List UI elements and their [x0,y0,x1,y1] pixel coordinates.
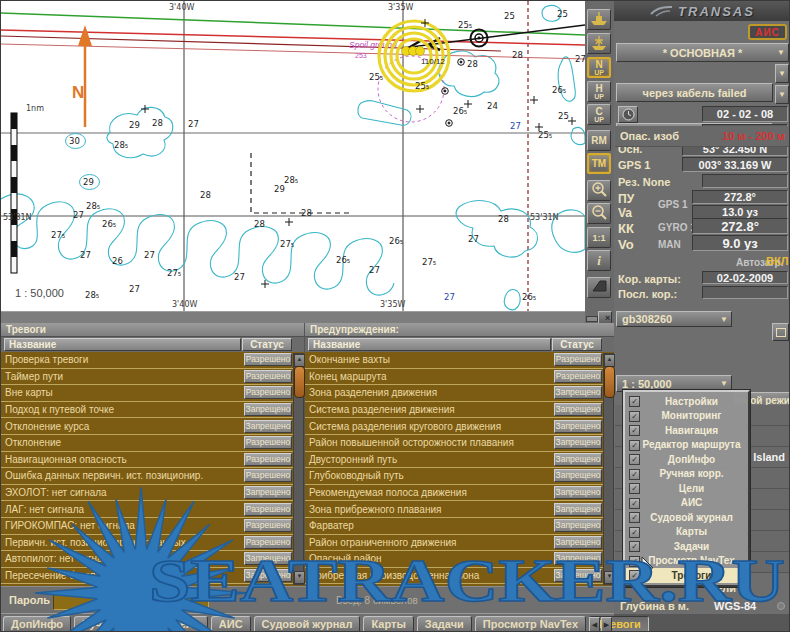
status-button[interactable]: Запрещено [554,519,602,532]
status-button[interactable]: Запрещено [554,469,602,482]
true-motion-button[interactable]: TM [587,153,611,174]
taskbar-tab[interactable]: Судовой журнал [254,616,361,632]
status-button[interactable]: Запрещено [244,403,292,416]
taskbar-tab[interactable]: АИС [211,616,251,632]
checkbox-checked-icon[interactable]: ✓ [629,454,640,465]
info-button[interactable]: i [587,250,611,271]
checkbox-checked-icon[interactable]: ✓ [629,425,640,436]
status-button[interactable]: Разрешено [244,536,292,549]
status-button[interactable]: Запрещено [554,569,602,582]
scrollbar-thumb[interactable] [604,366,615,398]
relative-motion-button[interactable]: RM [587,130,611,151]
column-header-status[interactable]: Статус [242,338,292,351]
status-button[interactable]: Запрещено [554,486,602,499]
panel-resize-handle[interactable] [586,316,598,322]
status-button[interactable]: Разрешено [554,353,602,366]
scroll-down-icon[interactable]: ▼ [294,571,305,584]
status-button[interactable]: Разрешено [244,370,292,383]
depth-sounding: 29 [83,177,94,187]
menu-item[interactable]: ✓ Судовой журнал [626,510,747,525]
status-button[interactable]: Запрещено [554,453,602,466]
chart-change-dropdown-button[interactable]: ▼ [775,85,789,104]
table-row: Глубоководный путь Запрещено [305,468,614,485]
scroll-left-icon[interactable]: ◀ [589,617,600,632]
menu-item[interactable]: ✓ Мониторинг [626,409,747,424]
menu-item[interactable]: ✓ Задачи [626,539,747,554]
clock-button[interactable] [618,106,638,123]
menu-item[interactable]: ✓ Цели [626,481,747,496]
checkbox-checked-icon[interactable]: ✓ [629,512,640,523]
checkbox-checked-icon[interactable]: ✓ [629,411,640,422]
checkbox-checked-icon[interactable]: ✓ [629,469,640,480]
main-config-select[interactable]: * ОСНОВНАЯ * ▼ [616,43,789,62]
column-header-name[interactable]: Название [4,338,241,351]
column-header-status[interactable]: Статус [552,338,602,351]
column-header-name[interactable]: Название [308,338,551,351]
own-ship-view-button[interactable] [587,9,611,30]
datum-indicator[interactable] [777,602,785,610]
chart-id-select[interactable]: gb308260 ▼ [616,311,732,327]
course-up-button[interactable]: C UP [587,104,611,125]
status-button[interactable]: Разрешено [244,503,292,516]
status-button[interactable]: Запрещено [244,420,292,433]
status-button[interactable]: Разрешено [244,436,292,449]
table-row: Отклонение курса Запрещено [1,418,304,435]
menu-item[interactable]: ✓ Ручная корр. [626,467,747,482]
popout-window-button[interactable] [772,323,789,341]
north-up-button[interactable]: N UP [587,57,611,78]
original-scale-button[interactable]: 1:1 [587,227,611,248]
eraser-icon [590,278,608,294]
taskbar-tab[interactable]: Карты [363,616,413,632]
password-input[interactable] [53,592,209,610]
scroll-right-icon[interactable]: ▶ [601,617,612,632]
checkbox-checked-icon[interactable]: ✓ [629,440,640,451]
ais-alert-badge[interactable]: АИС [748,24,787,40]
status-button[interactable]: Запрещено [554,420,602,433]
scroll-down-icon[interactable]: ▼ [604,571,615,584]
checkbox-checked-icon[interactable]: ✓ [629,498,640,509]
zoom-in-button[interactable] [587,180,611,201]
status-button[interactable]: Разрешено [244,386,292,399]
menu-item[interactable]: ✓ Навигация [626,423,747,438]
status-button[interactable]: Разрешено [244,469,292,482]
status-button[interactable]: Разрешено [244,453,292,466]
taskbar-tab[interactable]: Просмотр NavTex [475,616,586,632]
menu-item[interactable]: ✓ Редактор маршрута [626,438,747,453]
status-button[interactable]: Запрещено [244,486,292,499]
status-button[interactable]: Запрещено [554,536,602,549]
menu-item[interactable]: ✓ АИС [626,496,747,511]
ship-center-view-button[interactable] [587,33,611,54]
status-button[interactable]: Запрещено [554,436,602,449]
status-button[interactable]: Запрещено [554,386,602,399]
taskbar-tab[interactable]: Ручная корр. [74,616,161,632]
menu-item[interactable]: ✓ ДопИнфо [626,452,747,467]
head-up-button[interactable]: H UP [587,81,611,102]
alarms-scrollbar[interactable]: ▲ ▼ [293,353,304,585]
status-button[interactable]: Разрешено [554,370,602,383]
taskbar-tab[interactable]: Цели [164,616,208,632]
menu-item[interactable]: ✓ Настройки [626,394,747,409]
cable-status-select[interactable]: через кабель failed [616,83,773,102]
status-button[interactable]: Разрешено [244,519,292,532]
status-button[interactable]: Разрешено [244,353,292,366]
checkbox-checked-icon[interactable]: ✓ [629,556,640,567]
taskbar-tab[interactable]: Задачи [417,616,472,632]
scrollbar-thumb[interactable] [294,366,305,398]
checkbox-checked-icon[interactable]: ✓ [629,541,640,552]
zoom-out-button[interactable] [587,203,611,224]
erase-button[interactable] [587,277,611,298]
cable-select-dropdown-button[interactable]: ▼ [775,64,789,83]
status-button[interactable]: Запрещено [554,552,602,565]
warnings-scrollbar[interactable]: ▲ ▼ [603,353,614,585]
status-button[interactable]: Запрещено [554,403,602,416]
status-button[interactable]: Запрещено [244,569,292,582]
taskbar-tab[interactable]: ДопИнфо [3,616,71,632]
menu-item[interactable]: ✓ Карты [626,525,747,540]
checkbox-checked-icon[interactable]: ✓ [629,483,640,494]
navigation-chart[interactable]: Spoil ground. 253 110/12 [1,1,585,311]
status-button[interactable]: Запрещено [554,503,602,516]
checkbox-checked-icon[interactable]: ✓ [629,396,640,407]
checkbox-checked-icon[interactable]: ✓ [629,570,640,581]
checkbox-checked-icon[interactable]: ✓ [629,527,640,538]
status-button[interactable]: Запрещено [244,552,292,565]
